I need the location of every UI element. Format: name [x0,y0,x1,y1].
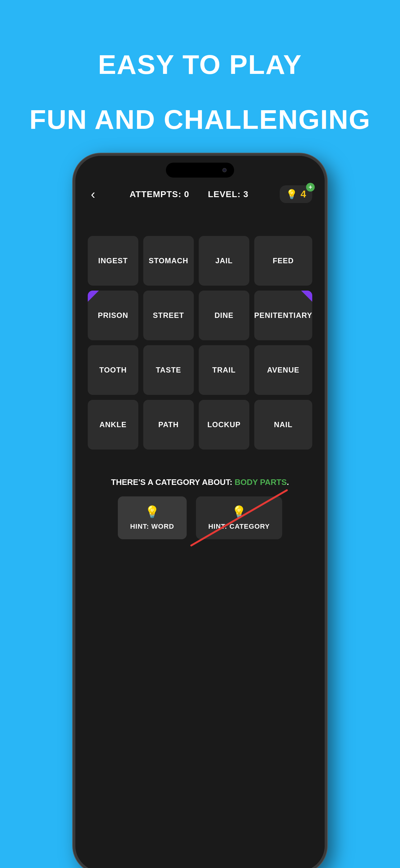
attempts-level-display: ATTEMPTS: 0 LEVEL: 3 [130,189,248,199]
hint-word-button[interactable]: 💡HINT: WORD [118,496,187,539]
word-tile[interactable]: NAIL [254,400,312,450]
header-line2: FUN AND CHALLENGING [29,104,371,135]
word-tile[interactable]: TRAIL [199,345,249,395]
hint-buttons-row: 💡HINT: WORD💡HINT: CATEGORY [118,496,282,539]
word-tile[interactable]: FEED [254,236,312,286]
bottom-section: THERE'S A CATEGORY ABOUT: BODY PARTS. 💡H… [75,477,325,539]
attempts-value: 0 [184,189,190,199]
level-display: LEVEL: 3 [208,189,248,199]
word-tile[interactable]: DINE [199,290,249,340]
level-label: LEVEL: [208,189,241,199]
category-hint-text: THERE'S A CATEGORY ABOUT: BODY PARTS. [111,477,289,487]
hint-suffix: . [287,477,289,487]
word-tile[interactable]: PENITENTIARY [254,290,312,340]
attempts-label: ATTEMPTS: [130,189,181,199]
header-section: EASY TO PLAY FUN AND CHALLENGING [29,25,371,135]
word-tile[interactable]: INGEST [88,236,138,286]
word-tile[interactable]: JAIL [199,236,249,286]
word-tile[interactable]: TASTE [143,345,194,395]
back-button[interactable]: ‹ [88,184,98,205]
header-line1: EASY TO PLAY [29,50,371,80]
hint-highlight: BODY PARTS [235,477,287,487]
word-tile[interactable]: PATH [143,400,194,450]
hint-prefix: THERE'S A CATEGORY ABOUT: [111,477,235,487]
attempts-display: ATTEMPTS: 0 [130,189,190,199]
hint-count: 4 [300,188,306,200]
word-tile[interactable]: LOCKUP [199,400,249,450]
hint-btn-icon: 💡 [232,505,246,519]
word-tile[interactable]: ANKLE [88,400,138,450]
hint-btn-icon: 💡 [145,505,159,519]
phone-screen: ‹ ATTEMPTS: 0 LEVEL: 3 + 💡 4 [75,156,325,868]
add-hints-button[interactable]: + [306,183,315,191]
word-tile[interactable]: TOOTH [88,345,138,395]
word-tile[interactable]: PRISON [88,290,138,340]
dynamic-island [166,163,234,178]
word-tile[interactable]: STOMACH [143,236,194,286]
phone-frame: ‹ ATTEMPTS: 0 LEVEL: 3 + 💡 4 [73,153,327,868]
level-value: 3 [243,189,249,199]
hint-btn-label: HINT: WORD [130,523,174,531]
word-grid: INGESTSTOMACHJAILFEEDPRISONSTREETDINEPEN… [75,211,325,459]
word-tile[interactable]: AVENUE [254,345,312,395]
hint-category-button: 💡HINT: CATEGORY [196,496,282,539]
hint-btn-label: HINT: CATEGORY [208,523,270,531]
bulb-icon: 💡 [286,189,297,199]
camera-dot [222,168,227,172]
word-tile[interactable]: STREET [143,290,194,340]
phone-wrapper: ‹ ATTEMPTS: 0 LEVEL: 3 + 💡 4 [73,153,327,868]
hints-badge[interactable]: + 💡 4 [280,185,312,203]
